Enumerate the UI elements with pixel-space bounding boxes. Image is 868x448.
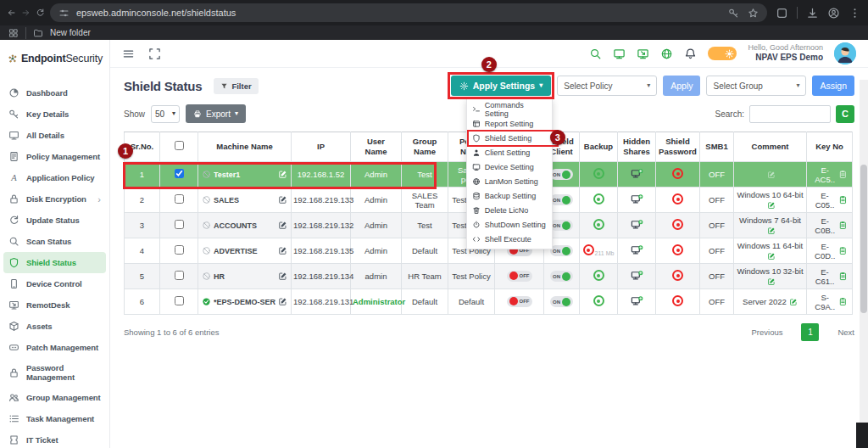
row-checkbox[interactable] — [175, 194, 184, 204]
select-all-checkbox[interactable] — [175, 141, 184, 150]
menu-item-delete-licno[interactable]: Delete LicNo — [467, 203, 552, 217]
copy-key-icon[interactable] — [838, 221, 848, 230]
network-icon[interactable] — [660, 48, 673, 60]
sidebar-item-all-details[interactable]: All Details — [3, 125, 106, 146]
hidden-shares-icon[interactable] — [630, 269, 644, 282]
hidden-shares-icon[interactable] — [630, 193, 644, 205]
edit-machine-icon[interactable] — [278, 272, 287, 281]
header-search-icon[interactable] — [589, 48, 602, 60]
shield-password-icon[interactable] — [672, 219, 683, 230]
password-manager-icon[interactable] — [728, 8, 739, 19]
menu-item-backup-setting[interactable]: Backup Setting — [467, 188, 552, 203]
search-input[interactable] — [749, 105, 831, 123]
theme-toggle[interactable] — [708, 47, 737, 60]
shield-password-icon[interactable] — [672, 168, 683, 179]
edit-comment-icon[interactable] — [767, 201, 776, 210]
hidden-shares-icon[interactable] — [630, 167, 644, 180]
brand-logo[interactable]: EndpointSecurity — [0, 40, 109, 77]
bookmark-star-icon[interactable] — [748, 8, 759, 19]
toggle-on[interactable]: ON — [550, 296, 573, 307]
shield-password-icon[interactable] — [672, 244, 683, 255]
shield-password-icon[interactable] — [672, 295, 683, 306]
edit-comment-icon[interactable] — [767, 171, 776, 179]
downloads-icon[interactable] — [806, 7, 819, 20]
copy-key-icon[interactable] — [838, 195, 848, 204]
sidebar-toggle-icon[interactable] — [122, 48, 135, 60]
export-button[interactable]: Export ▾ — [186, 104, 246, 123]
table-row[interactable]: 5HR192.168.219.134adminHR TeamTest Polic… — [125, 264, 853, 289]
assign-group-button[interactable]: Assign — [812, 76, 854, 96]
edit-machine-icon[interactable] — [278, 195, 287, 204]
row-checkbox[interactable] — [175, 169, 184, 178]
hidden-shares-icon[interactable] — [630, 244, 644, 256]
menu-item-shutdown-setting[interactable]: ShutDown Setting — [467, 217, 552, 232]
menu-item-client-setting[interactable]: Client Setting — [467, 145, 552, 160]
sidebar-item-group-management[interactable]: Group Management — [3, 387, 106, 408]
edit-machine-icon[interactable] — [278, 170, 287, 179]
sidebar-item-scan-status[interactable]: Scan Status — [3, 231, 106, 252]
toggle-off[interactable]: OFF — [507, 271, 532, 282]
sidebar-item-policy-management[interactable]: Policy Management — [3, 146, 106, 167]
edit-machine-icon[interactable] — [278, 297, 287, 306]
profile-icon[interactable] — [827, 7, 840, 20]
page-number-button[interactable]: 1 — [801, 323, 819, 341]
page-scrollbar[interactable] — [860, 80, 868, 448]
fullscreen-icon[interactable] — [148, 48, 161, 60]
menu-item-shell-execute[interactable]: Shell Execute — [467, 232, 552, 246]
shield-password-icon[interactable] — [672, 270, 683, 281]
site-info-icon[interactable] — [58, 8, 70, 19]
header-monitor-icon[interactable] — [613, 48, 626, 60]
bookmark-item[interactable]: New folder — [50, 28, 91, 37]
sidebar-item-update-status[interactable]: Update Status — [3, 210, 106, 231]
toggle-on[interactable]: ON — [550, 220, 573, 231]
url-text[interactable]: epsweb.adminconsole.net/shieldstatus — [76, 8, 721, 18]
toggle-off[interactable]: OFF — [507, 296, 532, 307]
row-checkbox[interactable] — [175, 245, 184, 255]
sidebar-item-it-ticket[interactable]: IT Ticket — [3, 429, 106, 448]
edit-comment-icon[interactable] — [767, 277, 776, 286]
sidebar-item-password-management[interactable]: Password Management — [3, 358, 106, 387]
edit-comment-icon[interactable] — [767, 252, 776, 260]
apply-settings-button[interactable]: Apply Settings ▾ — [451, 76, 552, 96]
sidebar-item-shield-status[interactable]: Shield Status — [3, 252, 106, 273]
browser-menu-icon[interactable] — [849, 7, 861, 20]
sidebar-item-disk-encryption[interactable]: Disk Encryption› — [3, 188, 106, 210]
row-checkbox[interactable] — [175, 271, 184, 280]
sidebar-item-dashboard[interactable]: Dashboard — [3, 82, 106, 104]
apps-grid-icon[interactable] — [8, 28, 19, 38]
sidebar-item-patch-management[interactable]: Patch Management — [3, 337, 106, 358]
table-row[interactable]: 6*EPS-DEMO-SERVER192.168.219.131Administ… — [125, 289, 853, 315]
sidebar-item-device-control[interactable]: Device Control — [3, 273, 106, 294]
toggle-on[interactable]: ON — [550, 271, 573, 282]
sidebar-item-application-policy[interactable]: AApplication Policy — [3, 167, 106, 188]
select-policy-dropdown[interactable]: Select Policy▾ — [557, 76, 657, 96]
edit-comment-icon[interactable] — [767, 227, 776, 235]
filter-button[interactable]: Filter — [214, 78, 258, 94]
copy-key-icon[interactable] — [838, 297, 848, 306]
sidebar-item-remotdesk[interactable]: RemotDesk — [3, 294, 106, 316]
row-checkbox[interactable] — [175, 296, 184, 305]
notifications-icon[interactable] — [684, 48, 697, 60]
sidebar-item-key-details[interactable]: Key Details — [3, 104, 106, 125]
page-size-select[interactable]: 50▾ — [151, 105, 180, 123]
menu-item-device-setting[interactable]: Device Setting — [467, 160, 552, 174]
screen-share-icon[interactable] — [637, 48, 649, 60]
row-checkbox[interactable] — [175, 220, 184, 229]
sidebar-item-assets[interactable]: Assets — [3, 316, 106, 337]
apply-policy-button[interactable]: Apply — [663, 76, 700, 96]
refresh-button[interactable]: C — [836, 105, 854, 123]
menu-item-report-setting[interactable]: Report Setting — [467, 116, 552, 131]
next-page-button[interactable]: Next — [837, 328, 854, 337]
shield-password-icon[interactable] — [672, 193, 683, 204]
copy-key-icon[interactable] — [838, 170, 848, 179]
previous-page-button[interactable]: Previous — [751, 328, 782, 337]
hidden-shares-icon[interactable] — [630, 218, 644, 231]
menu-item-shield-setting[interactable]: Shield Setting3 — [467, 131, 552, 145]
edit-machine-icon[interactable] — [278, 221, 287, 230]
menu-item-lanmon-setting[interactable]: LanMon Setting — [467, 174, 552, 188]
toggle-on[interactable]: ON — [550, 194, 573, 205]
address-bar[interactable]: epsweb.adminconsole.net/shieldstatus — [50, 3, 767, 22]
copy-key-icon[interactable] — [838, 246, 848, 255]
sidebar-item-task-management[interactable]: Task Management — [3, 408, 106, 429]
reload-icon[interactable] — [36, 6, 45, 20]
